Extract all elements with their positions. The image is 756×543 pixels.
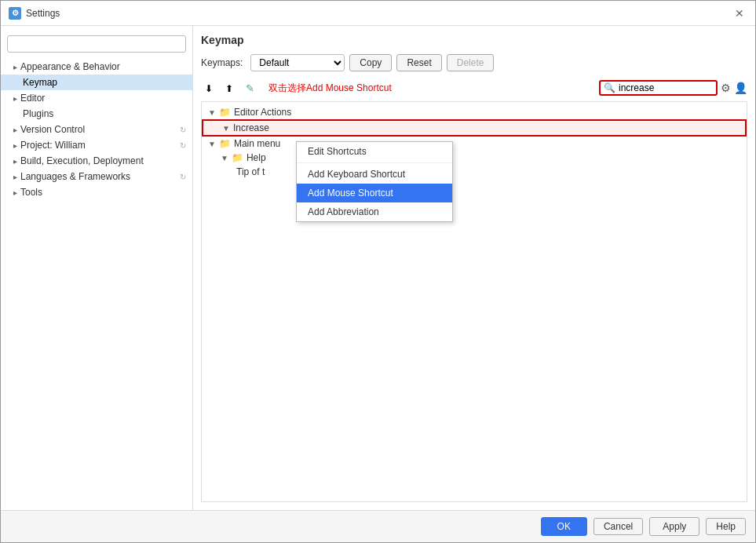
context-menu-add-mouse[interactable]: Add Mouse Shortcut — [297, 184, 452, 202]
panel-title: Keymap — [201, 34, 243, 46]
main-panel: Keymap Keymaps: Default Copy Reset Delet… — [193, 26, 755, 510]
toolbar-left: ⬇ ⬆ ✎ 双击选择Add Mouse Shortcut — [201, 79, 392, 97]
expand-icon: ▸ — [13, 157, 17, 166]
copy-button[interactable]: Copy — [349, 54, 392, 71]
tree-node-help[interactable]: ▼ 📁 Help — [202, 151, 747, 165]
sidebar-item-label: Build, Execution, Deployment — [20, 155, 144, 166]
sidebar-item-label: Appearance & Behavior — [20, 61, 120, 72]
collapse-all-icon[interactable]: ⬆ — [221, 79, 239, 97]
sidebar-item-editor[interactable]: ▸ Editor — [1, 90, 192, 106]
sidebar-item-languages[interactable]: ▸ Languages & Frameworks ↻ — [1, 169, 192, 184]
expand-icon: ▸ — [13, 141, 17, 150]
main-header: Keymap — [201, 34, 747, 46]
footer: OK Cancel Apply Help — [1, 510, 755, 542]
expand-icon: ▸ — [13, 188, 17, 197]
reset-button[interactable]: Reset — [396, 54, 441, 71]
sidebar-item-label: Plugins — [23, 108, 53, 119]
delete-button[interactable]: Delete — [447, 54, 495, 71]
svg-text:⬆: ⬆ — [225, 83, 233, 94]
tree-node-tip-of[interactable]: Tip of t — [202, 165, 747, 179]
cancel-button[interactable]: Cancel — [593, 518, 643, 535]
title-bar-left: ⚙ Settings — [9, 7, 60, 20]
content-area: ▸ Appearance & Behavior Keymap ▸ Editor … — [1, 26, 755, 510]
sidebar-item-tools[interactable]: ▸ Tools — [1, 184, 192, 200]
sidebar-item-label: Version Control — [20, 124, 85, 135]
expand-arrow: ▼ — [208, 108, 216, 117]
sidebar: ▸ Appearance & Behavior Keymap ▸ Editor … — [1, 26, 193, 510]
sidebar-item-project[interactable]: ▸ Project: William ↻ — [1, 137, 192, 153]
sidebar-item-label: Editor — [20, 93, 45, 104]
sync-icon: ↻ — [180, 141, 186, 150]
expand-icon: ▸ — [13, 173, 17, 181]
help-button[interactable]: Help — [706, 518, 746, 535]
sync-icon: ↻ — [180, 173, 186, 181]
tree-node-label: Increase — [233, 122, 269, 133]
window-title: Settings — [26, 8, 60, 19]
search-icon: 🔍 — [604, 82, 615, 93]
settings-window: ⚙ Settings ✕ ▸ Appearance & Behavior Key… — [0, 0, 756, 543]
folder-icon: 📁 — [232, 152, 243, 163]
sidebar-search-input[interactable] — [7, 35, 186, 53]
tree-node-label: Main menu — [234, 138, 280, 149]
tree-node-main-menu[interactable]: ▼ 📁 Main menu — [202, 137, 747, 151]
context-menu-add-keyboard[interactable]: Add Keyboard Shortcut — [297, 165, 452, 184]
sync-icon: ↻ — [180, 126, 186, 134]
svg-text:⬇: ⬇ — [205, 83, 213, 94]
tree-node-label: Editor Actions — [234, 107, 291, 118]
sidebar-item-label: Keymap — [23, 77, 57, 88]
apply-button[interactable]: Apply — [649, 517, 699, 536]
expand-arrow: ▼ — [221, 154, 228, 162]
edit-icon[interactable]: ✎ — [242, 79, 259, 97]
keymap-row: Keymaps: Default Copy Reset Delete — [201, 54, 747, 71]
toolbar-row: ⬇ ⬆ ✎ 双击选择Add Mouse Shortcut 🔍 ⚙ — [201, 79, 747, 97]
search-box: 🔍 — [599, 80, 718, 96]
svg-text:✎: ✎ — [246, 82, 254, 94]
sidebar-item-version-control[interactable]: ▸ Version Control ↻ — [1, 122, 192, 137]
expand-arrow: ▼ — [208, 140, 216, 148]
app-icon: ⚙ — [9, 7, 21, 20]
search-input[interactable] — [619, 82, 713, 93]
annotation-text: 双击选择Add Mouse Shortcut — [268, 82, 392, 95]
keymap-select[interactable]: Default — [250, 54, 345, 71]
expand-icon: ▸ — [13, 94, 17, 103]
expand-all-icon[interactable]: ⬇ — [201, 79, 218, 97]
person-icon[interactable]: 👤 — [734, 82, 747, 94]
context-menu-add-abbreviation[interactable]: Add Abbreviation — [297, 202, 452, 221]
sidebar-item-label: Languages & Frameworks — [20, 171, 130, 182]
tree-node-label: Help — [247, 152, 266, 163]
sidebar-item-keymap[interactable]: Keymap — [1, 75, 192, 90]
sidebar-item-appearance[interactable]: ▸ Appearance & Behavior — [1, 59, 192, 75]
keymaps-label: Keymaps: — [201, 57, 243, 68]
expand-icon: ▸ — [13, 63, 17, 71]
tree-area: ▼ 📁 Editor Actions ▼ Increase ▼ 📁 Main m… — [201, 101, 747, 502]
tree-node-increase[interactable]: ▼ Increase — [202, 119, 747, 137]
context-menu: Edit Shortcuts Add Keyboard Shortcut Add… — [296, 141, 453, 222]
folder-icon: 📁 — [219, 107, 231, 118]
gear-icon[interactable]: ⚙ — [721, 82, 731, 94]
context-menu-edit-shortcuts[interactable]: Edit Shortcuts — [297, 142, 452, 161]
tree-node-label: Tip of t — [236, 166, 265, 177]
menu-separator — [297, 162, 452, 163]
title-bar: ⚙ Settings ✕ — [1, 1, 755, 26]
folder-icon: 📁 — [219, 138, 231, 149]
ok-button[interactable]: OK — [541, 517, 587, 536]
sidebar-item-build[interactable]: ▸ Build, Execution, Deployment — [1, 153, 192, 169]
sidebar-item-label: Project: William — [20, 140, 86, 151]
expand-arrow: ▼ — [222, 124, 230, 133]
tree-node-editor-actions[interactable]: ▼ 📁 Editor Actions — [202, 105, 747, 119]
sidebar-item-label: Tools — [20, 187, 42, 198]
sidebar-item-plugins[interactable]: Plugins — [1, 106, 192, 122]
close-button[interactable]: ✕ — [732, 5, 747, 21]
sidebar-search-wrapper[interactable] — [7, 35, 186, 53]
search-area: 🔍 ⚙ 👤 — [599, 80, 747, 96]
expand-icon: ▸ — [13, 126, 17, 134]
